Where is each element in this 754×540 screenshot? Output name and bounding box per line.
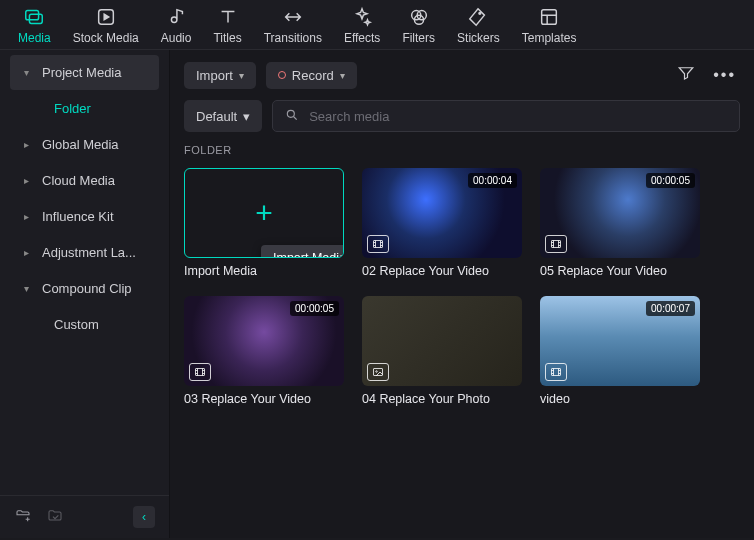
audio-icon <box>165 6 187 28</box>
transitions-icon <box>282 6 304 28</box>
templates-icon <box>538 6 560 28</box>
duration-badge: 00:00:05 <box>646 173 695 188</box>
sidebar-item[interactable]: ▸Cloud Media <box>10 163 159 198</box>
record-button[interactable]: Record ▾ <box>266 62 357 89</box>
tab-templates[interactable]: Templates <box>522 6 577 45</box>
sidebar-item[interactable]: ▸Adjustment La... <box>10 235 159 270</box>
film-icon <box>367 235 389 253</box>
sidebar-item-label: Project Media <box>42 65 121 80</box>
filters-icon <box>408 6 430 28</box>
chevron-down-icon: ▾ <box>239 70 244 81</box>
chevron-down-icon: ▾ <box>243 109 250 124</box>
media-card: 00:00:07video <box>540 296 700 406</box>
media-card: 00:00:0505 Replace Your Video <box>540 168 700 278</box>
content-pane: Import ▾ Record ▾ ••• Default ▾ <box>170 50 754 538</box>
tab-stickers[interactable]: Stickers <box>457 6 500 45</box>
more-icon[interactable]: ••• <box>709 62 740 88</box>
media-card: 04 Replace Your Photo <box>362 296 522 406</box>
sidebar-item[interactable]: ▾Compound Clip <box>10 271 159 306</box>
tab-transitions[interactable]: Transitions <box>264 6 322 45</box>
link-folder-icon[interactable] <box>46 508 64 527</box>
new-folder-icon[interactable] <box>14 508 32 527</box>
svg-rect-14 <box>552 369 561 376</box>
media-thumbnail[interactable]: 00:00:05 <box>540 168 700 258</box>
tab-label: Media <box>18 31 51 45</box>
sidebar-item[interactable]: ▸Influence Kit <box>10 199 159 234</box>
svg-rect-11 <box>196 369 205 376</box>
card-title: 05 Replace Your Video <box>540 264 700 278</box>
duration-badge: 00:00:05 <box>290 301 339 316</box>
sidebar-item-label: Global Media <box>42 137 119 152</box>
media-icon <box>23 6 45 28</box>
media-card: 00:00:0402 Replace Your Video <box>362 168 522 278</box>
tooltip: Import Media <box>261 245 344 258</box>
tab-label: Stickers <box>457 31 500 45</box>
media-grid: +Import MediaImport Media00:00:0402 Repl… <box>170 164 754 410</box>
sidebar-subitem[interactable]: Folder <box>4 91 165 126</box>
svg-point-13 <box>376 371 378 373</box>
media-thumbnail[interactable]: 00:00:07 <box>540 296 700 386</box>
svg-point-8 <box>288 110 295 117</box>
sort-dropdown[interactable]: Default ▾ <box>184 100 262 132</box>
import-label: Import <box>196 68 233 83</box>
tab-label: Stock Media <box>73 31 139 45</box>
sidebar-item-label: Compound Clip <box>42 281 132 296</box>
chevron-down-icon: ▾ <box>340 70 345 81</box>
tab-label: Effects <box>344 31 380 45</box>
film-icon <box>545 363 567 381</box>
tab-label: Filters <box>402 31 435 45</box>
record-icon <box>278 71 286 79</box>
media-thumbnail[interactable]: 00:00:05 <box>184 296 344 386</box>
image-icon <box>367 363 389 381</box>
filter-icon[interactable] <box>673 60 699 90</box>
plus-icon: + <box>255 196 273 230</box>
sidebar-bottom-bar: ‹ <box>0 495 169 538</box>
caret-icon: ▸ <box>24 247 34 258</box>
tab-label: Audio <box>161 31 192 45</box>
record-label: Record <box>292 68 334 83</box>
svg-rect-7 <box>542 10 557 25</box>
tab-filters[interactable]: Filters <box>402 6 435 45</box>
svg-rect-0 <box>26 11 39 20</box>
sidebar-item-label: Adjustment La... <box>42 245 136 260</box>
sidebar-subitem[interactable]: Custom <box>4 307 165 342</box>
caret-icon: ▾ <box>24 67 34 78</box>
duration-badge: 00:00:04 <box>468 173 517 188</box>
sidebar-item-label: Cloud Media <box>42 173 115 188</box>
tab-audio[interactable]: Audio <box>161 6 192 45</box>
titles-icon <box>217 6 239 28</box>
svg-rect-9 <box>374 241 383 248</box>
sidebar-item-label: Influence Kit <box>42 209 114 224</box>
tab-media[interactable]: Media <box>18 6 51 45</box>
sidebar-item[interactable]: ▾Project Media <box>10 55 159 90</box>
tab-stock[interactable]: Stock Media <box>73 6 139 45</box>
sort-label: Default <box>196 109 237 124</box>
media-card: +Import MediaImport Media <box>184 168 344 278</box>
content-toolbar: Import ▾ Record ▾ ••• <box>170 50 754 100</box>
media-card: 00:00:0503 Replace Your Video <box>184 296 344 406</box>
import-media-tile[interactable]: +Import Media <box>184 168 344 258</box>
caret-icon: ▸ <box>24 139 34 150</box>
caret-icon: ▸ <box>24 211 34 222</box>
card-title: Import Media <box>184 264 344 278</box>
svg-rect-10 <box>552 241 561 248</box>
card-title: video <box>540 392 700 406</box>
caret-icon: ▸ <box>24 175 34 186</box>
tab-titles[interactable]: Titles <box>213 6 241 45</box>
film-icon <box>189 363 211 381</box>
tab-label: Titles <box>213 31 241 45</box>
media-thumbnail[interactable] <box>362 296 522 386</box>
stock-icon <box>95 6 117 28</box>
import-button[interactable]: Import ▾ <box>184 62 256 89</box>
sidebar-item[interactable]: ▸Global Media <box>10 127 159 162</box>
tab-effects[interactable]: Effects <box>344 6 380 45</box>
collapse-sidebar-button[interactable]: ‹ <box>133 506 155 528</box>
stickers-icon <box>467 6 489 28</box>
card-title: 02 Replace Your Video <box>362 264 522 278</box>
tab-label: Templates <box>522 31 577 45</box>
svg-point-6 <box>479 12 481 14</box>
media-thumbnail[interactable]: 00:00:04 <box>362 168 522 258</box>
film-icon <box>545 235 567 253</box>
search-input-container <box>272 100 740 132</box>
search-input[interactable] <box>309 101 727 131</box>
